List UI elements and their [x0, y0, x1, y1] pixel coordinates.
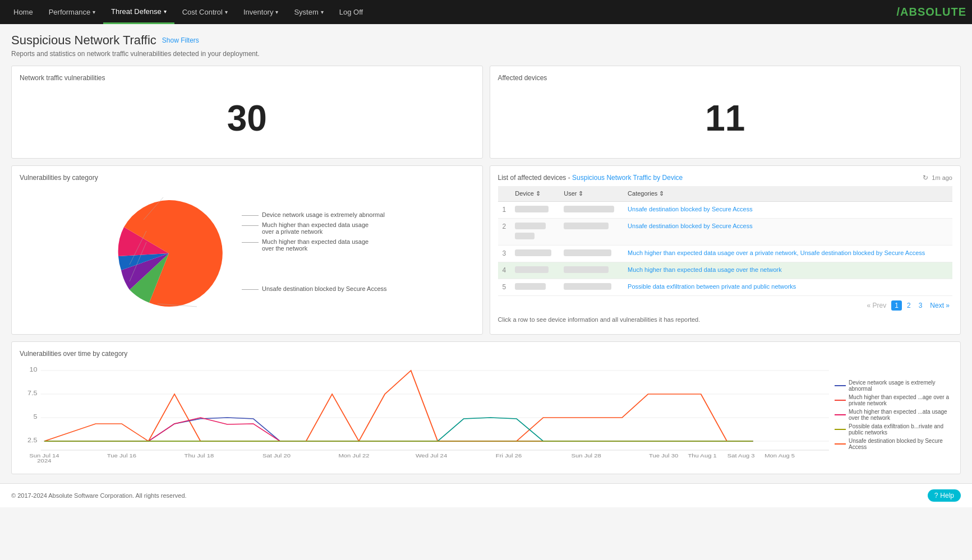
line-chart: 10 7.5 5 2.5	[20, 363, 829, 464]
table-row[interactable]: 5Possible data exfiltration between priv…	[498, 279, 953, 296]
table-row[interactable]: 1Unsafe destination blocked by Secure Ac…	[498, 202, 953, 219]
nav-threat-defense[interactable]: Threat Defense▾	[103, 0, 174, 24]
col-user[interactable]: User ⇕	[559, 186, 623, 202]
copyright-text: © 2017-2024 Absolute Software Corporatio…	[11, 492, 187, 499]
table-panel-link[interactable]: Suspicious Network Traffic by Device	[572, 174, 683, 182]
pie-chart	[107, 192, 231, 315]
x-label-jul18: Thu Jul 18	[185, 453, 214, 459]
pie-legend-line-3	[242, 242, 259, 243]
app-logo: /ABSOLUTE	[896, 0, 966, 24]
affected-panel-title: Affected devices	[498, 74, 953, 82]
help-button[interactable]: ? Help	[928, 489, 961, 502]
device-value	[515, 249, 551, 256]
legend-item-1: Device network usage is extremely abnorm…	[835, 379, 952, 392]
chart-area: 10 7.5 5 2.5	[20, 363, 952, 466]
y-label-25: 2.5	[27, 437, 37, 443]
pagination: « Prev 1 2 3 Next »	[498, 296, 953, 313]
nav-logoff[interactable]: Log Off	[331, 0, 371, 24]
x-label-2024: 2024	[37, 458, 51, 464]
device-value	[515, 266, 549, 273]
chart-legend: Device network usage is extremely abnorm…	[829, 363, 952, 466]
pie-panel-title: Vulnerabilities by category	[20, 174, 475, 182]
table-cell-device	[510, 262, 559, 279]
x-label-aug1: Thu Aug 1	[688, 453, 717, 459]
legend-color-1	[835, 385, 846, 386]
legend-item-3: Much higher than expected ...ata usage o…	[835, 409, 952, 421]
table-cell-categories: Much higher than expected data usage ove…	[623, 262, 952, 279]
table-cell-user	[559, 202, 623, 219]
x-label-jul26: Fri Jul 26	[496, 453, 522, 459]
nav-performance[interactable]: Performance▾	[41, 0, 103, 24]
device-value	[515, 223, 546, 229]
table-cell-user	[559, 262, 623, 279]
x-label-jul16: Tue Jul 16	[107, 453, 137, 459]
device-value	[515, 206, 549, 212]
x-label-jul22: Mon Jul 22	[338, 453, 370, 459]
navigation: Home Performance▾ Threat Defense▾ Cost C…	[0, 0, 972, 24]
user-value	[564, 283, 611, 290]
page-1-button[interactable]: 1	[891, 300, 902, 311]
chart-svg-container: 10 7.5 5 2.5	[20, 363, 829, 466]
table-cell-num: 1	[498, 202, 511, 219]
table-row[interactable]: 4Much higher than expected data usage ov…	[498, 262, 953, 279]
col-categories[interactable]: Categories ⇕	[623, 186, 952, 202]
pie-legend-item-4: Unsafe destination blocked by Secure Acc…	[242, 285, 387, 292]
legend-item-5: Unsafe destination blocked by Secure Acc…	[835, 438, 952, 450]
network-vulnerabilities-count: 30	[20, 86, 475, 150]
table-row[interactable]: 3Much higher than expected data usage ov…	[498, 246, 953, 262]
y-label-75: 7.5	[27, 390, 37, 396]
y-label-10: 10	[29, 367, 37, 373]
pie-legend-item-3: Much higher than expected data usageover…	[242, 238, 387, 252]
prev-page-button[interactable]: « Prev	[864, 300, 890, 311]
x-label-jul24: Wed Jul 24	[416, 453, 448, 459]
table-panel-title: List of affected devices - Suspicious Ne…	[498, 174, 683, 182]
table-cell-categories: Much higher than expected data usage ove…	[623, 246, 952, 262]
device-value-line2	[515, 233, 535, 239]
show-filters-button[interactable]: Show Filters	[162, 36, 199, 44]
x-label-aug5: Mon Aug 5	[764, 453, 795, 459]
footer: © 2017-2024 Absolute Software Corporatio…	[0, 483, 972, 507]
table-row[interactable]: 2Unsafe destination blocked by Secure Ac…	[498, 219, 953, 246]
legend-item-4: Possible data exfiltration b...rivate an…	[835, 423, 952, 436]
x-label-jul28: Sun Jul 28	[571, 453, 601, 459]
inventory-arrow-icon: ▾	[275, 9, 278, 15]
user-value	[564, 266, 609, 273]
nav-home[interactable]: Home	[6, 0, 41, 24]
table-cell-device	[510, 246, 559, 262]
performance-arrow-icon: ▾	[93, 9, 95, 15]
refresh-icon[interactable]: ↻	[923, 174, 928, 182]
table-cell-categories: Unsafe destination blocked by Secure Acc…	[623, 202, 952, 219]
help-icon: ?	[934, 492, 938, 499]
table-meta: ↻ 1m ago	[923, 174, 952, 182]
nav-cost-control[interactable]: Cost Control▾	[174, 0, 236, 24]
cost-control-arrow-icon: ▾	[225, 9, 228, 15]
pie-legend-line-1	[242, 215, 259, 216]
table-panel-header: List of affected devices - Suspicious Ne…	[498, 174, 953, 182]
x-label-aug3: Sat Aug 3	[727, 453, 755, 459]
pie-chart-container: Device network usage is extremely abnorm…	[20, 186, 475, 321]
x-label-jul30: Tue Jul 30	[649, 453, 679, 459]
network-panel-title: Network traffic vulnerabilities	[20, 74, 475, 82]
top-panels: Network traffic vulnerabilities 30 Affec…	[11, 66, 961, 159]
next-page-button[interactable]: Next »	[927, 300, 952, 311]
vulnerabilities-time-chart-panel: Vulnerabilities over time by category 10…	[11, 341, 961, 474]
affected-devices-table: Device ⇕ User ⇕ Categories ⇕ 1Unsafe des…	[498, 186, 953, 296]
affected-devices-panel: Affected devices 11	[490, 66, 961, 159]
nav-system[interactable]: System▾	[286, 0, 331, 24]
col-device[interactable]: Device ⇕	[510, 186, 559, 202]
user-value	[564, 223, 609, 229]
page-3-button[interactable]: 3	[916, 300, 925, 311]
affected-devices-table-panel: List of affected devices - Suspicious Ne…	[490, 165, 961, 335]
table-cell-user	[559, 279, 623, 296]
main-content: Suspicious Network Traffic Show Filters …	[0, 24, 972, 483]
pie-legend-line-4	[242, 289, 259, 290]
legend-color-4	[835, 429, 846, 430]
table-cell-user	[559, 219, 623, 246]
chart-title: Vulnerabilities over time by category	[20, 350, 952, 358]
page-2-button[interactable]: 2	[904, 300, 914, 311]
pie-legend-line-2	[242, 225, 259, 226]
table-cell-num: 3	[498, 246, 511, 262]
vulnerabilities-by-category-panel: Vulnerabilities by category	[11, 165, 483, 335]
table-cell-num: 2	[498, 219, 511, 246]
nav-inventory[interactable]: Inventory▾	[236, 0, 286, 24]
